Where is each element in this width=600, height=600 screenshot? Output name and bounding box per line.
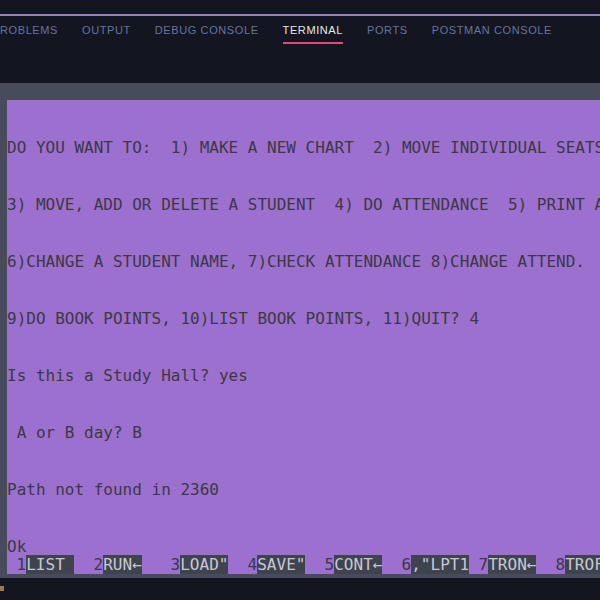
fkey-8: 8TROFF← — [556, 555, 600, 574]
fkey-1: 1LIST — [17, 555, 94, 574]
status-dot — [0, 586, 4, 591]
terminal-line: 9)DO BOOK POINTS, 10)LIST BOOK POINTS, 1… — [7, 309, 600, 328]
fkey-3: 3LOAD" — [171, 555, 248, 574]
fkey-7: 7TRON← — [479, 555, 556, 574]
terminal-border: DO YOU WANT TO: 1) MAKE A NEW CHART 2) M… — [0, 83, 600, 578]
fkey-4: 4SAVE" — [248, 555, 325, 574]
tab-postman-console[interactable]: POSTMAN CONSOLE — [432, 23, 552, 44]
terminal-line: Path not found in 2360 — [7, 480, 600, 499]
terminal-screen[interactable]: DO YOU WANT TO: 1) MAKE A NEW CHART 2) M… — [7, 100, 600, 574]
terminal-line: DO YOU WANT TO: 1) MAKE A NEW CHART 2) M… — [7, 138, 600, 157]
tab-terminal[interactable]: TERMINAL — [283, 23, 343, 44]
panel-resize-handle[interactable] — [0, 14, 600, 16]
terminal-line: 6)CHANGE A STUDENT NAME, 7)CHECK ATTENDA… — [7, 252, 600, 271]
panel-tab-bar: ROBLEMS OUTPUT DEBUG CONSOLE TERMINAL PO… — [0, 23, 600, 44]
tab-ports[interactable]: PORTS — [367, 23, 408, 44]
tab-problems[interactable]: ROBLEMS — [0, 23, 58, 44]
tab-output[interactable]: OUTPUT — [82, 23, 131, 44]
terminal-line: 3) MOVE, ADD OR DELETE A STUDENT 4) DO A… — [7, 195, 600, 214]
tab-debug-console[interactable]: DEBUG CONSOLE — [155, 23, 259, 44]
terminal-line: Ok — [7, 537, 600, 556]
vscode-bottom-panel: ROBLEMS OUTPUT DEBUG CONSOLE TERMINAL PO… — [0, 0, 600, 600]
function-key-bar: 1LIST 2RUN← 3LOAD" 4SAVE" 5CONT← 6,"LPT1… — [7, 555, 600, 574]
fkey-6: 6,"LPT1 — [402, 555, 479, 574]
terminal-line: Is this a Study Hall? yes — [7, 366, 600, 385]
terminal-line: A or B day? B — [7, 423, 600, 442]
fkey-2: 2RUN← — [94, 555, 171, 574]
fkey-5: 5CONT← — [325, 555, 402, 574]
